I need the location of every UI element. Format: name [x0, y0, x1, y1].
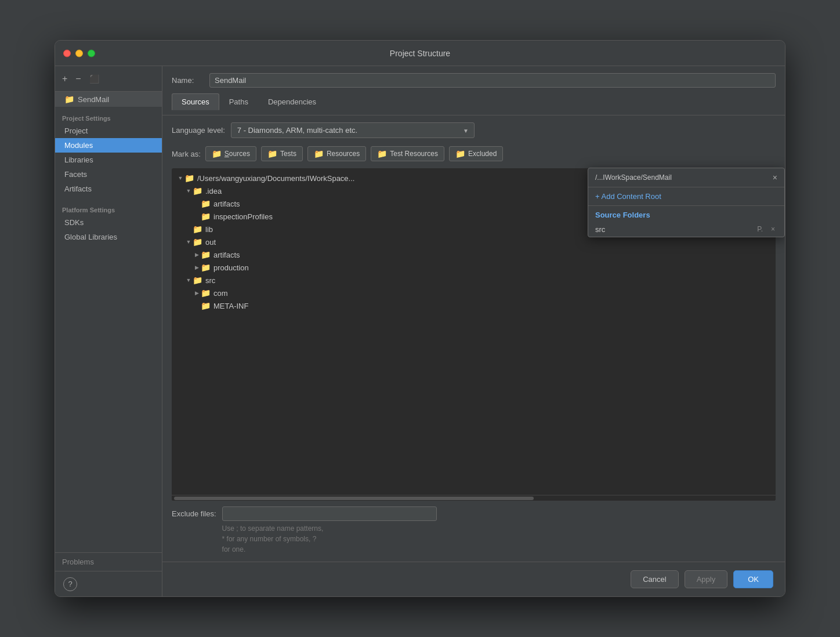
mark-resources-label: Resources — [327, 150, 360, 158]
name-row: Name: — [172, 73, 776, 88]
tree-item-production[interactable]: ▶ 📁 production — [172, 261, 776, 274]
language-level-select[interactable]: 7 - Diamonds, ARM, multi-catch etc. — [231, 122, 475, 138]
add-content-root-button[interactable]: + Add Content Root — [588, 187, 784, 206]
tree-item-meta-inf[interactable]: 📁 META-INF — [172, 299, 776, 312]
sidebar-item-project[interactable]: Project — [55, 124, 162, 138]
folder-icon-idea-artifacts: 📁 — [201, 199, 211, 208]
mark-resources-button[interactable]: 📁 Resources — [307, 146, 366, 161]
source-folder-properties-button[interactable]: P. — [755, 224, 765, 234]
sidebar-help-bar: ? — [55, 571, 162, 596]
maximize-button[interactable] — [88, 49, 95, 57]
folder-icon-inspection: 📁 — [201, 212, 211, 221]
tree-label-meta-inf: META-INF — [213, 302, 248, 310]
source-folder-actions-src: P. × — [755, 224, 777, 234]
tab-dependencies[interactable]: Dependencies — [258, 93, 326, 110]
sidebar-toolbar: + − ⬛ — [55, 66, 162, 92]
tree-label-idea: .idea — [205, 187, 222, 196]
tree-label-root: /Users/wangyuxiang/Documents/IWorkSpace.… — [197, 174, 354, 183]
mark-sources-label: Sources — [225, 150, 250, 158]
folder-icon-out: 📁 — [193, 237, 202, 247]
close-button[interactable] — [63, 49, 71, 57]
sidebar-item-libraries[interactable]: Libraries — [55, 153, 162, 167]
floating-panel-close-button[interactable]: × — [773, 173, 777, 182]
folder-icon-meta-inf: 📁 — [201, 301, 211, 310]
floating-panel-header: /...IWorkSpace/SendMail × — [588, 168, 784, 187]
tree-label-production: production — [213, 263, 249, 272]
tree-item-com[interactable]: ▶ 📁 com — [172, 287, 776, 299]
folder-icon-out-artifacts: 📁 — [201, 250, 211, 259]
tree-arrow-out: ▼ — [184, 238, 193, 246]
tree-arrow-src: ▼ — [184, 276, 193, 284]
sidebar-problems[interactable]: Problems — [55, 552, 162, 571]
mark-tests-button[interactable]: 📁 Tests — [261, 146, 303, 161]
sidebar-item-artifacts[interactable]: Artifacts — [55, 182, 162, 196]
mark-test-resources-label: Test Resources — [390, 150, 438, 158]
apply-button[interactable]: Apply — [685, 570, 728, 588]
sidebar-item-facets[interactable]: Facets — [55, 167, 162, 182]
tree-label-inspection: inspectionProfiles — [213, 212, 273, 221]
language-level-row: Language level: 7 - Diamonds, ARM, multi… — [172, 122, 776, 138]
tree-label-out: out — [205, 238, 216, 247]
add-content-root-label: + Add Content Root — [595, 192, 661, 201]
tree-arrow-inspection — [193, 212, 201, 220]
mark-tests-label: Tests — [280, 150, 296, 158]
module-folder-icon: 📁 — [64, 95, 74, 104]
sources-folder-icon: 📁 — [212, 149, 222, 158]
sidebar-item-modules[interactable]: Modules — [55, 138, 162, 153]
platform-settings-header: Platform Settings — [55, 203, 162, 215]
project-structure-window: Project Structure + − ⬛ 📁 SendMail Proje… — [55, 40, 785, 597]
folder-icon-src: 📁 — [193, 276, 202, 285]
mark-as-row: Mark as: 📁 Sources 📁 Tests 📁 Resources — [172, 146, 776, 161]
source-folder-item-src: src P. × — [588, 222, 784, 237]
mark-test-resources-button[interactable]: 📁 Test Resources — [371, 146, 444, 161]
tab-paths[interactable]: Paths — [219, 93, 258, 110]
ok-button[interactable]: OK — [733, 570, 773, 588]
main-content: Language level: 7 - Diamonds, ARM, multi… — [162, 115, 785, 562]
tree-arrow-meta-inf — [193, 302, 201, 310]
tab-sources[interactable]: Sources — [172, 93, 219, 110]
tree-label-out-artifacts: artifacts — [213, 251, 240, 259]
language-level-select-wrapper: 7 - Diamonds, ARM, multi-catch etc. — [231, 122, 475, 138]
help-button[interactable]: ? — [63, 577, 77, 591]
sidebar: + − ⬛ 📁 SendMail Project Settings Projec… — [55, 66, 162, 596]
module-item-label: SendMail — [78, 95, 109, 104]
tree-arrow-production: ▶ — [193, 263, 201, 272]
mark-as-label: Mark as: — [172, 150, 201, 158]
excluded-folder-icon: 📁 — [455, 149, 465, 158]
tree-arrow-idea-artifacts — [193, 200, 201, 208]
mark-excluded-label: Excluded — [468, 150, 497, 158]
minimize-button[interactable] — [75, 49, 83, 57]
folder-icon-com: 📁 — [201, 288, 211, 298]
exclude-hint: Use ; to separate name patterns,* for an… — [222, 523, 776, 555]
remove-module-button[interactable]: − — [73, 71, 83, 86]
mark-excluded-button[interactable]: 📁 Excluded — [449, 146, 503, 161]
sidebar-item-sdks[interactable]: SDKs — [55, 215, 162, 230]
horizontal-scrollbar-area[interactable] — [172, 495, 776, 501]
copy-module-button[interactable]: ⬛ — [87, 72, 102, 86]
horizontal-scrollbar[interactable] — [174, 497, 534, 500]
sidebar-item-global-libraries[interactable]: Global Libraries — [55, 230, 162, 244]
module-item-sendmail[interactable]: 📁 SendMail — [55, 92, 162, 107]
tree-item-out-artifacts[interactable]: ▶ 📁 artifacts — [172, 248, 776, 261]
exclude-input[interactable] — [222, 506, 437, 521]
folder-icon-production: 📁 — [201, 263, 211, 272]
tree-arrow-idea: ▼ — [184, 187, 193, 195]
main-header: Name: Sources Paths Dependencies — [162, 66, 785, 115]
window-body: + − ⬛ 📁 SendMail Project Settings Projec… — [55, 66, 785, 596]
source-folder-remove-button[interactable]: × — [769, 224, 777, 234]
exclude-right: Use ; to separate name patterns,* for an… — [222, 506, 776, 555]
add-module-button[interactable]: + — [60, 71, 70, 86]
main-panel: Name: Sources Paths Dependencies Languag… — [162, 66, 785, 596]
mark-sources-button[interactable]: 📁 Sources — [205, 146, 256, 161]
cancel-button[interactable]: Cancel — [631, 570, 678, 588]
resources-folder-icon: 📁 — [314, 149, 324, 158]
name-input[interactable] — [209, 73, 776, 88]
tree-arrow-lib — [184, 225, 193, 233]
tree-label-com: com — [213, 289, 228, 298]
tree-item-src[interactable]: ▼ 📁 src — [172, 274, 776, 287]
test-resources-folder-icon: 📁 — [377, 149, 387, 158]
exclude-label: Exclude files: — [172, 506, 216, 518]
tree-item-out[interactable]: ▼ 📁 out — [172, 236, 776, 248]
tabs-row: Sources Paths Dependencies — [172, 93, 776, 110]
tree-label-src: src — [205, 276, 215, 285]
